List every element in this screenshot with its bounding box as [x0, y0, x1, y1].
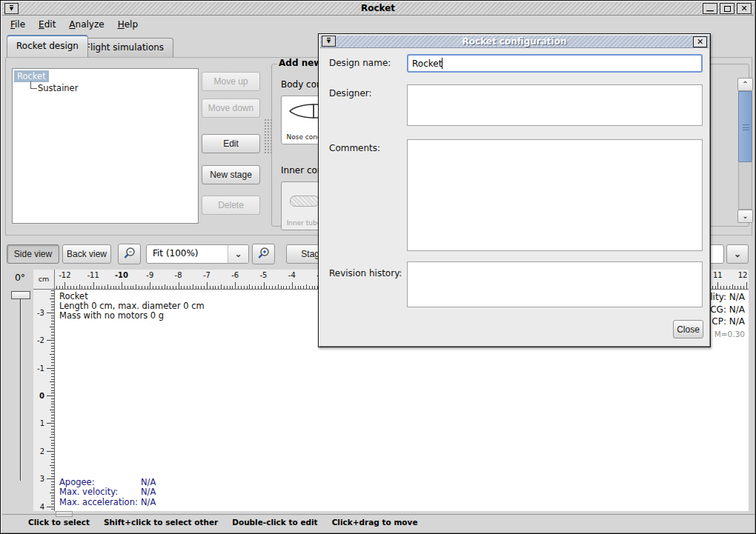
zoom-out-button[interactable] — [118, 244, 141, 264]
main-window: ▼ Rocket — ✕ File Edit Analyze Help Rock… — [0, 0, 756, 534]
move-down-button[interactable]: Move down — [202, 99, 260, 118]
rocket-configuration-dialog: ▼ Rocket configuration ✕ Design name: De… — [318, 33, 711, 347]
zoom-level-combo[interactable]: Fit (100%) ⌄ — [146, 244, 249, 264]
tree-item-sustainer[interactable]: Sustainer — [30, 82, 198, 93]
scroll-up-button[interactable]: ⌃ — [737, 78, 753, 91]
comments-textarea[interactable] — [407, 139, 703, 251]
dialog-title: Rocket configuration — [320, 36, 709, 47]
text-caret — [442, 58, 442, 69]
zoom-in-icon — [257, 247, 271, 260]
rotation-slider-handle[interactable] — [11, 291, 30, 299]
component-scrollbar[interactable]: ⌃ ⌄ — [737, 78, 753, 223]
flight-config-chevron-button[interactable]: ⌄ — [726, 244, 749, 264]
splitter-grip[interactable] — [264, 119, 271, 154]
zoom-out-icon — [123, 247, 136, 260]
delete-button[interactable]: Delete — [202, 196, 260, 215]
component-tree[interactable]: Rocket Sustainer — [12, 68, 199, 224]
thumb-grip-icon — [743, 124, 749, 130]
combo-chevron-down-icon[interactable]: ⌄ — [228, 245, 248, 263]
window-title: Rocket — [2, 3, 754, 13]
design-name-label: Design name: — [329, 58, 391, 68]
back-view-button[interactable]: Back view — [62, 244, 111, 264]
tab-rocket-design[interactable]: Rocket design — [7, 35, 88, 57]
revision-history-textarea[interactable] — [407, 261, 703, 307]
tab-flight-simulations[interactable]: Flight simulations — [76, 38, 173, 57]
status-hint: Click to select — [28, 518, 90, 527]
comments-label: Comments: — [329, 143, 380, 153]
dialog-titlebar[interactable]: ▼ Rocket configuration ✕ — [320, 36, 709, 48]
dialog-close-x-button[interactable]: ✕ — [693, 36, 707, 47]
menu-analyze[interactable]: Analyze — [62, 18, 110, 31]
menu-edit[interactable]: Edit — [32, 18, 62, 31]
status-hint: Double-click to edit — [232, 518, 317, 527]
designer-label: Designer: — [329, 88, 372, 99]
status-hint: Shift+click to select other — [104, 518, 218, 527]
maximize-icon — [724, 6, 731, 12]
new-stage-button[interactable]: New stage — [202, 165, 260, 184]
minimize-button[interactable]: — — [703, 3, 717, 14]
rotation-angle-label: 0° — [8, 272, 32, 283]
rotation-slider-track[interactable] — [20, 299, 21, 481]
v-ruler: -3-2-101234 — [33, 290, 55, 511]
menu-help[interactable]: Help — [111, 18, 145, 31]
close-button[interactable]: ✕ — [737, 3, 752, 14]
designer-textarea[interactable] — [407, 84, 703, 126]
tree-item-rocket[interactable]: Rocket — [14, 70, 49, 82]
flight-info-block: Apogee:N/A Max. velocity:N/A Max. accele… — [59, 478, 156, 508]
status-bar: Click to select Shift+click to select ot… — [2, 514, 755, 530]
status-hint: Click+drag to move — [332, 518, 418, 527]
move-up-button[interactable]: Move up — [202, 72, 260, 91]
rocket-info-text: Rocket Length 0 cm, max. diameter 0 cm M… — [59, 292, 205, 321]
menu-file[interactable]: File — [4, 18, 32, 31]
design-name-input[interactable] — [407, 54, 703, 73]
inner-tube-icon — [290, 196, 319, 207]
dialog-close-button[interactable]: Close — [673, 320, 703, 338]
ruler-unit-label: cm — [33, 270, 55, 290]
scrollbar-thumb[interactable] — [738, 91, 752, 162]
edit-button[interactable]: Edit — [202, 134, 260, 153]
zoom-in-button[interactable] — [252, 244, 275, 264]
tree-elbow-icon — [30, 81, 37, 89]
main-titlebar[interactable]: ▼ Rocket — ✕ — [2, 2, 754, 16]
menubar: File Edit Analyze Help — [4, 16, 754, 33]
side-view-button[interactable]: Side view — [7, 244, 59, 264]
scroll-down-button[interactable]: ⌄ — [737, 210, 753, 223]
maximize-button[interactable] — [720, 3, 735, 14]
revision-history-label: Revision history: — [329, 268, 402, 278]
nose-cone-icon — [287, 102, 321, 120]
